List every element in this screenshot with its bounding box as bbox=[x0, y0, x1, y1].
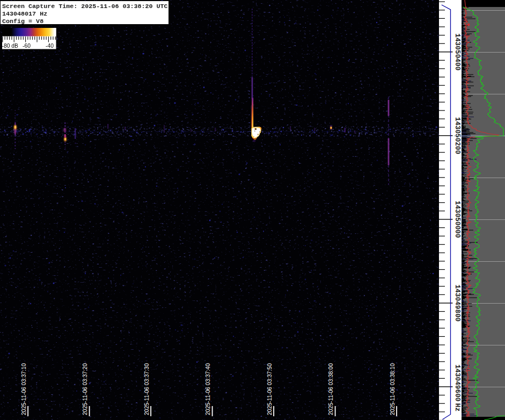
svg-text:143049600: 143049600 bbox=[453, 364, 462, 401]
svg-text:-80 dB: -80 dB bbox=[2, 43, 18, 49]
svg-text:2025-11-06 03:37:10: 2025-11-06 03:37:10 bbox=[20, 363, 27, 415]
svg-text:143050400: 143050400 bbox=[453, 33, 462, 70]
svg-text:2025-11-06 03:37:50: 2025-11-06 03:37:50 bbox=[266, 363, 273, 415]
svg-text:2025-11-06 03:38:00: 2025-11-06 03:38:00 bbox=[327, 363, 334, 415]
svg-text:-60: -60 bbox=[23, 43, 31, 49]
svg-text:2025-11-06 03:37:30: 2025-11-06 03:37:30 bbox=[143, 363, 150, 415]
svg-text:143050000: 143050000 bbox=[453, 201, 462, 238]
svg-text:Hz: Hz bbox=[453, 403, 462, 411]
svg-text:Screen Capture Time: 2025-11-0: Screen Capture Time: 2025-11-06 03:38:20… bbox=[2, 3, 168, 10]
svg-text:2025-11-06 03:38:10: 2025-11-06 03:38:10 bbox=[389, 363, 396, 415]
svg-text:-40: -40 bbox=[46, 43, 54, 49]
svg-text:143048017 Hz: 143048017 Hz bbox=[2, 10, 47, 18]
svg-text:2025-11-06 03:37:20: 2025-11-06 03:37:20 bbox=[82, 363, 88, 415]
svg-text:Config = V8: Config = V8 bbox=[2, 18, 43, 25]
svg-text:2025-11-06 03:37:40: 2025-11-06 03:37:40 bbox=[204, 363, 211, 415]
svg-text:143049800: 143049800 bbox=[453, 284, 462, 321]
